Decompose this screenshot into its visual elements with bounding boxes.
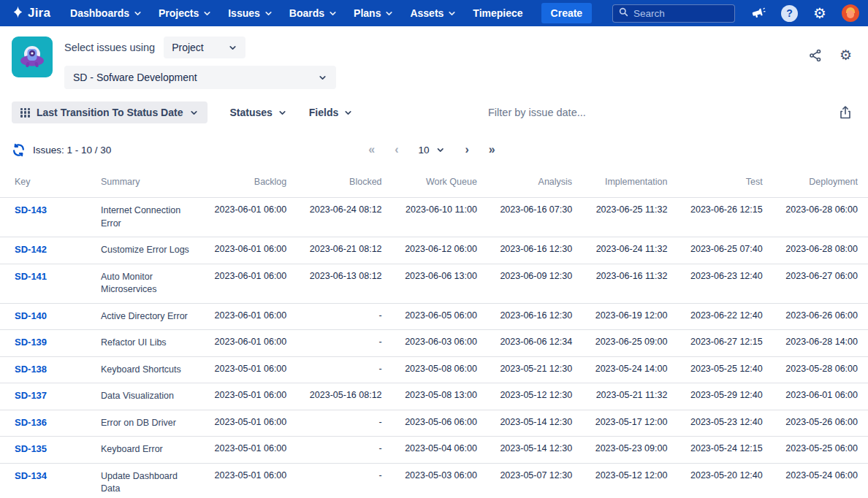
- gadget-actions: ⚙: [809, 37, 852, 62]
- issue-date-filter-input[interactable]: [488, 107, 831, 118]
- search-icon: [619, 7, 628, 20]
- page-size-select[interactable]: 10: [418, 145, 445, 156]
- column-mode-label: Last Transition To Status Date: [37, 107, 183, 118]
- chevron-down-icon: [133, 9, 142, 18]
- nav-item-projects[interactable]: Projects: [151, 7, 220, 19]
- jira-logo[interactable]: Jira: [12, 6, 50, 21]
- transition-date-cell: 2023-06-01 06:00: [202, 330, 297, 357]
- transition-date-cell: 2023-06-01 06:00: [202, 303, 297, 330]
- transition-date-cell: 2023-05-24 12:15: [677, 437, 772, 464]
- transition-date-cell: 2023-05-01 06:00: [202, 437, 297, 464]
- transition-date-cell: 2023-05-01 06:00: [202, 356, 297, 383]
- issue-key-link[interactable]: SD-137: [15, 390, 47, 401]
- create-button[interactable]: Create: [541, 3, 593, 23]
- issue-key-link[interactable]: SD-143: [15, 204, 47, 215]
- search-input[interactable]: [633, 8, 728, 19]
- prev-page-icon[interactable]: ‹: [395, 144, 398, 156]
- fields-dropdown[interactable]: Fields: [309, 107, 353, 118]
- nav-item-issues[interactable]: Issues: [220, 7, 281, 19]
- issue-key-link[interactable]: SD-134: [15, 470, 47, 481]
- nav-item-timepiece[interactable]: Timepiece: [465, 7, 530, 19]
- nav-item-boards[interactable]: Boards: [281, 7, 346, 19]
- nav-item-dashboards[interactable]: Dashboards: [62, 7, 151, 19]
- col-header-test: Test: [677, 169, 772, 198]
- chevron-down-icon: [384, 9, 394, 18]
- transition-date-cell: 2023-05-16 08:12: [297, 383, 392, 410]
- transition-date-cell: 2023-05-01 06:00: [202, 410, 297, 437]
- nav-item-plans[interactable]: Plans: [346, 7, 402, 19]
- chevron-down-icon: [278, 108, 287, 118]
- first-page-icon[interactable]: «: [368, 144, 375, 156]
- statuses-dropdown[interactable]: Statuses: [229, 107, 286, 118]
- announcement-icon[interactable]: [751, 7, 766, 20]
- transition-date-cell: -: [297, 463, 392, 498]
- transition-date-cell: 2023-05-08 06:00: [392, 356, 487, 383]
- transition-date-cell: 2023-05-28 06:00: [773, 356, 868, 383]
- page-size-value: 10: [418, 145, 429, 156]
- transition-date-cell: -: [297, 330, 392, 357]
- nav-item-label: Projects: [159, 7, 199, 19]
- transition-date-cell: 2023-05-01 06:00: [202, 383, 297, 410]
- table-row: SD-135Keyboard Error2023-05-01 06:00-202…: [0, 437, 868, 464]
- project-dropdown[interactable]: SD - Sofware Development: [64, 66, 336, 89]
- table-row: SD-142Customize Error Logs2023-06-01 06:…: [0, 237, 868, 264]
- transition-date-cell: 2023-05-24 14:00: [582, 356, 677, 383]
- grid-icon: [20, 108, 30, 118]
- table-header-row: Key Summary Backlog Blocked Work Queue A…: [0, 169, 868, 198]
- nav-item-label: Timepiece: [473, 7, 522, 19]
- issue-key-link[interactable]: SD-135: [15, 443, 47, 454]
- help-icon[interactable]: ?: [781, 5, 798, 22]
- transition-date-cell: 2023-05-04 06:00: [392, 437, 487, 464]
- issue-summary-cell: Customize Error Logs: [101, 237, 202, 264]
- issue-key-link[interactable]: SD-140: [15, 310, 47, 321]
- transition-date-cell: 2023-06-21 08:12: [297, 237, 392, 264]
- transition-date-cell: 2023-06-23 12:40: [677, 264, 772, 303]
- col-header-blocked: Blocked: [297, 169, 392, 198]
- select-mode-dropdown[interactable]: Project: [164, 37, 245, 58]
- next-page-icon[interactable]: ›: [465, 144, 469, 156]
- issue-key-link[interactable]: SD-142: [15, 244, 47, 255]
- avatar[interactable]: [842, 4, 859, 22]
- gadget-settings-icon[interactable]: ⚙: [840, 48, 852, 62]
- transition-date-cell: 2023-06-25 11:32: [582, 198, 677, 237]
- issue-key-link[interactable]: SD-138: [15, 364, 47, 375]
- export-icon[interactable]: [839, 105, 852, 120]
- top-navbar: Jira DashboardsProjectsIssuesBoardsPlans…: [0, 0, 868, 26]
- column-mode-dropdown[interactable]: Last Transition To Status Date: [12, 101, 208, 123]
- refresh-icon[interactable]: [12, 143, 26, 157]
- transition-date-cell: 2023-06-06 12:34: [487, 330, 582, 357]
- transition-date-cell: 2023-06-28 08:00: [773, 237, 868, 264]
- transition-date-cell: 2023-06-25 09:00: [582, 330, 677, 357]
- nav-item-label: Assets: [410, 7, 443, 19]
- transition-date-cell: 2023-06-27 12:15: [677, 330, 772, 357]
- issue-summary-cell: Keyboard Error: [101, 437, 202, 464]
- issue-key-link[interactable]: SD-139: [15, 337, 47, 348]
- issue-source-selectors: Select issues using Project SD - Sofware…: [64, 37, 336, 89]
- issue-key-link[interactable]: SD-136: [15, 417, 47, 428]
- jira-logo-icon: [12, 6, 24, 21]
- search-box[interactable]: [612, 4, 735, 23]
- table-row: SD-140Active Directory Error2023-06-01 0…: [0, 303, 868, 330]
- transition-date-cell: 2023-06-12 06:00: [392, 237, 487, 264]
- transition-date-cell: 2023-06-01 06:00: [202, 264, 297, 303]
- table-row: SD-143Internet Connection Error2023-06-0…: [0, 198, 868, 237]
- nav-item-label: Dashboards: [70, 7, 129, 19]
- transition-date-cell: 2023-06-16 12:30: [487, 303, 582, 330]
- issue-key-cell: SD-138: [0, 356, 101, 383]
- settings-icon[interactable]: ⚙: [813, 6, 826, 20]
- table-row: SD-138Keyboard Shortcuts2023-05-01 06:00…: [0, 356, 868, 383]
- transition-date-cell: 2023-06-10 11:00: [392, 198, 487, 237]
- nav-item-assets[interactable]: Assets: [402, 7, 465, 19]
- last-page-icon[interactable]: »: [489, 144, 495, 156]
- table-row: SD-139Refactor UI Libs2023-06-01 06:00-2…: [0, 330, 868, 357]
- transition-date-cell: 2023-06-06 13:00: [392, 264, 487, 303]
- issue-summary-cell: Active Directory Error: [101, 303, 202, 330]
- transition-date-cell: 2023-06-13 08:12: [297, 264, 392, 303]
- share-icon[interactable]: [809, 49, 822, 62]
- app-icon: [12, 37, 53, 77]
- transition-date-cell: 2023-05-12 12:00: [582, 463, 677, 498]
- transition-date-cell: 2023-05-14 12:30: [487, 437, 582, 464]
- chevron-down-icon: [202, 9, 212, 18]
- issue-key-link[interactable]: SD-141: [15, 271, 47, 282]
- nav-item-label: Boards: [289, 7, 324, 19]
